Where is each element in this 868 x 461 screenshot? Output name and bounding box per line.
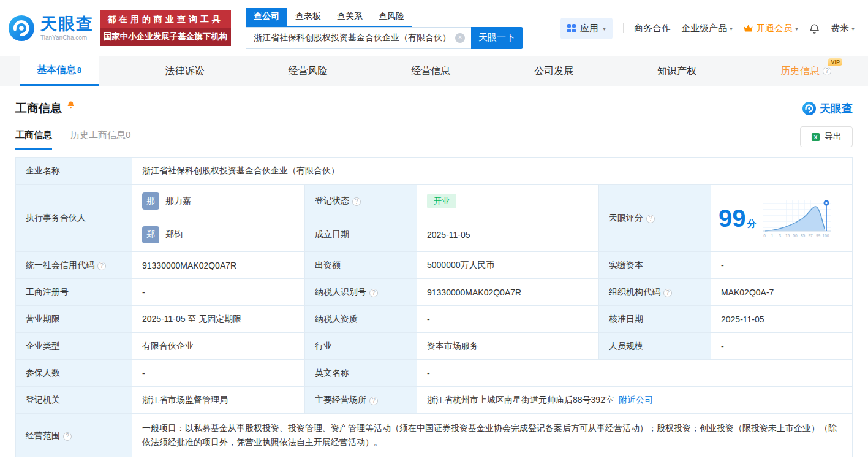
svg-text:100: 100 — [822, 234, 829, 238]
svg-text:3: 3 — [779, 234, 781, 238]
tab-operating-risk[interactable]: 经营风险 — [271, 56, 344, 86]
tianyancha-logo-icon — [802, 101, 817, 116]
svg-text:99: 99 — [815, 234, 820, 238]
help-icon[interactable]: ? — [63, 432, 72, 441]
help-icon[interactable]: ? — [823, 67, 831, 75]
org-code-value: MAK02Q0A-7 — [711, 279, 853, 306]
help-icon[interactable]: ? — [352, 197, 361, 206]
nav-user[interactable]: 费米▾ — [831, 23, 855, 34]
tab-history-info[interactable]: VIP 历史信息 ? — [763, 56, 848, 86]
company-type-value: 有限合伙企业 — [132, 333, 305, 360]
subscribe-bell-icon[interactable] — [66, 100, 75, 112]
svg-text:X: X — [814, 134, 818, 140]
tab-basic-info[interactable]: 基本信息8 — [20, 56, 99, 86]
help-icon[interactable]: ? — [646, 215, 655, 223]
tab-count-badge: 8 — [77, 66, 81, 75]
apps-grid-icon — [567, 24, 576, 32]
tab-legal-proceedings[interactable]: 法律诉讼 — [148, 56, 222, 86]
subtab-history-business-info[interactable]: 历史工商信息0 — [70, 129, 130, 150]
partner-name[interactable]: 那力嘉 — [165, 196, 191, 207]
partner-name[interactable]: 郑钧 — [165, 229, 183, 240]
tianyancha-logo-icon — [7, 14, 36, 42]
table-row: 企业类型 有限合伙企业 行业 资本市场服务 人员规模 - — [16, 333, 853, 360]
staff-label: 人员规模 — [599, 333, 711, 360]
nav-open-vip[interactable]: 开通会员▾ — [743, 23, 798, 34]
svg-text:15: 15 — [785, 234, 790, 238]
chevron-down-icon: ▾ — [795, 25, 798, 32]
credit-code-value: 91330000MAK02Q0A7R — [132, 252, 305, 279]
nav-enterprise[interactable]: 企业级产品▾ — [681, 23, 733, 34]
tab-operating-info[interactable]: 经营信息 — [394, 56, 467, 86]
reg-no-value: - — [132, 279, 305, 306]
subtab-business-info[interactable]: 工商信息 — [15, 129, 52, 150]
partners-label: 执行事务合伙人 — [16, 185, 132, 252]
search-tab-relation[interactable]: 查关系 — [329, 8, 371, 26]
help-icon[interactable]: ? — [369, 397, 378, 405]
help-icon[interactable]: ? — [663, 289, 672, 297]
logo-name: 天眼查 — [40, 15, 94, 34]
top-bar: 天眼查 TianYanCha.com 都在用的商业查询工具 国家中小企业发展子基… — [0, 0, 868, 56]
scope-value: 一般项目：以私募基金从事股权投资、投资管理、资产管理等活动（须在中国证券投资基金… — [132, 414, 853, 457]
nav-cooperation[interactable]: 商务合作 — [634, 23, 671, 34]
company-name-label: 企业名称 — [16, 158, 132, 185]
capital-label: 出资额 — [305, 252, 417, 279]
promo-line1: 都在用的商业查询工具 — [100, 10, 231, 28]
insured-label: 参保人数 — [16, 360, 132, 387]
help-icon[interactable]: ? — [369, 289, 378, 297]
search-row: × 天眼一下 — [246, 27, 523, 49]
tab-intellectual-property[interactable]: 知识产权 — [640, 56, 714, 86]
svg-text:1: 1 — [771, 234, 773, 238]
apps-menu[interactable]: 应用 ▾ — [560, 18, 613, 39]
partner-link[interactable]: 那 那力嘉 — [142, 192, 295, 210]
nearby-companies-link[interactable]: 附近公司 — [619, 395, 653, 405]
divider — [623, 23, 624, 33]
section-header: 工商信息 天眼查 — [15, 101, 853, 116]
export-button[interactable]: X 导出 — [800, 126, 853, 147]
svg-text:85: 85 — [800, 234, 805, 238]
partner-link[interactable]: 郑 郑钧 — [142, 226, 295, 243]
clear-icon[interactable]: × — [455, 33, 465, 43]
promo-line2: 国家中小企业发展子基金旗下机构 — [100, 28, 231, 46]
chevron-down-icon: ▾ — [730, 25, 733, 32]
reg-status-value: 开业 — [417, 185, 599, 218]
scope-label: 经营范围? — [16, 414, 132, 457]
main-tab-bar: 基本信息8 法律诉讼 经营风险 经营信息 公司发展 知识产权 VIP 历史信息 … — [0, 56, 868, 86]
top-nav: 应用 ▾ 商务合作 企业级产品▾ 开通会员▾ 费米▾ — [560, 18, 855, 39]
notification-bell-icon[interactable] — [809, 23, 820, 34]
status-badge: 开业 — [427, 194, 456, 208]
term-value: 2025-11-05 至 无固定期限 — [132, 306, 305, 333]
score-label: 天眼评分? — [599, 185, 711, 252]
authority-label: 登记机关 — [16, 387, 132, 414]
table-row: 工商注册号 - 纳税人识别号? 91330000MAK02Q0A7R 组织机构代… — [16, 279, 853, 306]
search-block: 查公司 查老板 查关系 查风险 × 天眼一下 — [246, 8, 523, 49]
paid-capital-label: 实缴资本 — [599, 252, 711, 279]
reg-no-label: 工商注册号 — [16, 279, 132, 306]
reg-status-label: 登记状态? — [305, 185, 417, 218]
table-row: 登记机关 浙江省市场监督管理局 主要经营场所? 浙江省杭州市上城区南星街道元帅庙… — [16, 387, 853, 414]
company-name-value: 浙江省社保科创股权投资基金合伙企业（有限合伙） — [132, 158, 853, 185]
org-code-label: 组织机构代码? — [599, 279, 711, 306]
subtab-row: 工商信息 历史工商信息0 X 导出 — [15, 126, 853, 150]
excel-icon: X — [811, 132, 820, 142]
staff-value: - — [711, 333, 853, 360]
search-button[interactable]: 天眼一下 — [471, 27, 523, 49]
english-name-value: - — [417, 360, 853, 387]
establish-date-label: 成立日期 — [305, 218, 417, 252]
tab-company-development[interactable]: 公司发展 — [517, 56, 591, 86]
insured-value: - — [132, 360, 305, 387]
address-value: 浙江省杭州市上城区南星街道元帅庙后88号392室附近公司 — [417, 387, 853, 414]
tianyancha-watermark: 天眼查 — [802, 101, 853, 116]
search-tabs: 查公司 查老板 查关系 查风险 — [246, 8, 412, 27]
search-tab-company[interactable]: 查公司 — [246, 8, 287, 26]
table-row: 参保人数 - 英文名称 - — [16, 360, 853, 387]
search-input[interactable] — [246, 28, 471, 48]
help-icon[interactable]: ? — [97, 262, 106, 270]
chevron-down-icon: ▾ — [851, 25, 855, 32]
score-chart: 0131550859799100 — [761, 197, 834, 240]
search-tab-risk[interactable]: 查风险 — [371, 8, 412, 26]
search-tab-boss[interactable]: 查老板 — [287, 8, 329, 26]
tianyancha-logo[interactable]: 天眼查 TianYanCha.com — [7, 14, 94, 42]
authority-value: 浙江省市场监督管理局 — [132, 387, 305, 414]
partner-cell: 郑 郑钧 — [132, 218, 305, 252]
score-axis-labels: 0131550859799100 — [763, 234, 829, 238]
